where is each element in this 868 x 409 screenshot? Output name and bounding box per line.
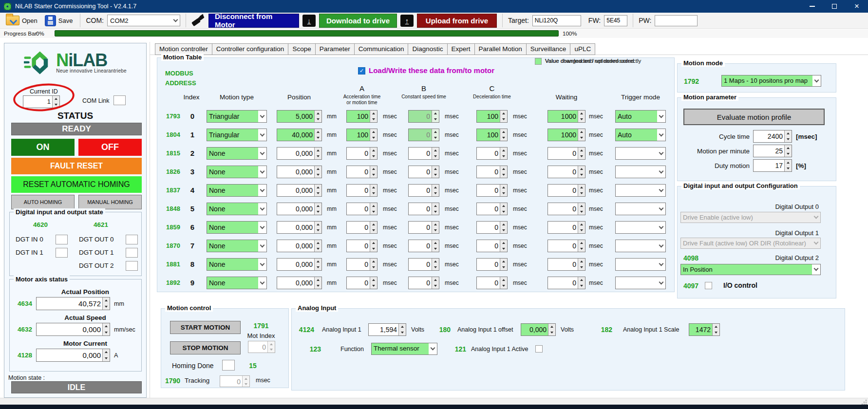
on-button[interactable]: ON <box>11 139 75 156</box>
motion-mode-select[interactable]: 1 Maps - 10 positons pro map <box>721 75 821 87</box>
dgt-out-checkbox[interactable] <box>126 261 138 271</box>
constant-speed-time-spinner[interactable]: 0 <box>408 203 439 215</box>
spin-buttons[interactable] <box>432 185 439 196</box>
com-port-select[interactable]: COM2 <box>107 15 180 26</box>
spin-buttons[interactable] <box>500 259 507 270</box>
waiting-time-spinner[interactable]: 0 <box>547 258 585 271</box>
spin-buttons[interactable] <box>712 324 719 335</box>
constant-speed-time-spinner[interactable]: 0 <box>408 240 439 252</box>
digital-output2-select[interactable]: In Position <box>680 264 821 275</box>
manual-homing-button[interactable]: MANUAL HOMING <box>78 195 142 209</box>
constant-speed-time-spinner[interactable]: 0 <box>408 184 439 197</box>
spin-buttons[interactable] <box>500 277 507 289</box>
spin-buttons[interactable] <box>784 130 792 142</box>
deceleration-time-spinner[interactable]: 0 <box>476 184 508 197</box>
spin-buttons[interactable] <box>578 111 585 122</box>
trigger-mode-select[interactable] <box>615 166 666 178</box>
spin-buttons[interactable] <box>784 145 792 157</box>
stop-motion-button[interactable]: STOP MOTION <box>170 341 241 354</box>
spin-buttons[interactable] <box>370 185 377 196</box>
tab[interactable]: Communication <box>354 43 409 55</box>
start-motion-button[interactable]: START MOTION <box>170 321 241 334</box>
spin-buttons[interactable] <box>314 148 321 159</box>
position-spinner[interactable]: 0,000 <box>277 203 322 215</box>
spin-buttons[interactable] <box>314 222 321 233</box>
resize-grip-icon[interactable] <box>862 400 867 405</box>
dgt-in-checkbox[interactable] <box>56 235 68 244</box>
disconnect-from-motor-button[interactable]: Disconnect from Motor <box>208 14 299 28</box>
pw-input[interactable] <box>655 15 698 26</box>
waiting-time-spinner[interactable]: 0 <box>547 147 585 160</box>
trigger-mode-select[interactable] <box>615 147 666 160</box>
acceleration-time-spinner[interactable]: 0 <box>346 203 377 215</box>
acceleration-time-spinner[interactable]: 100 <box>346 129 377 141</box>
trigger-mode-select[interactable] <box>615 240 666 252</box>
target-input[interactable] <box>532 15 581 26</box>
open-button[interactable]: Open <box>4 15 39 26</box>
motion-type-select[interactable]: None <box>207 240 267 252</box>
spin-buttons[interactable] <box>500 111 507 122</box>
dgt-out-checkbox[interactable] <box>126 248 138 258</box>
spin-buttons[interactable] <box>578 148 585 159</box>
spin-buttons[interactable] <box>102 349 110 361</box>
position-spinner[interactable]: 0,000 <box>277 240 322 252</box>
trigger-mode-select[interactable] <box>615 184 666 197</box>
download-to-drive-button[interactable]: Download to drive <box>319 14 397 28</box>
motion-type-select[interactable]: None <box>207 221 267 234</box>
spin-buttons[interactable] <box>432 203 439 215</box>
dgt-out-checkbox[interactable] <box>126 235 138 244</box>
analog-input1-offset-spinner[interactable]: 0,000 <box>521 323 556 336</box>
spin-buttons[interactable] <box>500 129 507 141</box>
acceleration-time-spinner[interactable]: 0 <box>346 184 377 197</box>
off-button[interactable]: OFF <box>78 139 142 156</box>
position-spinner[interactable]: 0,000 <box>277 221 322 234</box>
tracking-spinner[interactable]: 0 <box>220 375 250 387</box>
spin-buttons[interactable] <box>398 324 406 335</box>
spin-buttons[interactable] <box>432 166 439 178</box>
position-spinner[interactable]: 0,000 <box>277 166 322 178</box>
spin-buttons[interactable] <box>432 259 439 270</box>
tab[interactable]: Surveillance <box>526 43 571 55</box>
motion-type-select[interactable]: None <box>207 277 267 289</box>
spin-buttons[interactable] <box>548 324 555 335</box>
analog-input1-spinner[interactable]: 1,594 <box>368 323 406 336</box>
deceleration-time-spinner[interactable]: 0 <box>476 277 508 289</box>
trigger-mode-select[interactable]: Auto <box>615 129 666 141</box>
constant-speed-time-spinner[interactable]: 0 <box>408 166 439 178</box>
tab[interactable]: Controller configuration <box>212 43 289 55</box>
tab[interactable]: Scope <box>288 43 315 55</box>
evaluate-motion-profile-button[interactable]: Evaluate motion profile <box>683 109 825 125</box>
spin-buttons[interactable] <box>370 203 377 215</box>
spin-buttons[interactable] <box>370 148 377 159</box>
motor-axis-value-spinner[interactable]: 40,572 <box>36 297 110 310</box>
cycle-time-spinner[interactable]: 2400 <box>753 130 792 143</box>
auto-homing-button[interactable]: AUTO HOMING <box>11 195 75 209</box>
spin-buttons[interactable] <box>314 203 321 215</box>
maximize-button[interactable] <box>823 0 846 13</box>
spin-buttons[interactable] <box>102 323 110 335</box>
acceleration-time-spinner[interactable]: 0 <box>346 277 377 289</box>
position-spinner[interactable]: 0,000 <box>277 258 322 271</box>
acceleration-time-spinner[interactable]: 0 <box>346 258 377 271</box>
spin-buttons[interactable] <box>242 376 249 387</box>
spin-buttons[interactable] <box>314 277 321 289</box>
spin-buttons[interactable] <box>500 222 507 233</box>
motion-type-select[interactable]: None <box>207 184 267 197</box>
homing-done-checkbox[interactable] <box>222 360 235 371</box>
motion-type-select[interactable]: Triangular <box>207 129 267 141</box>
trigger-mode-select[interactable]: Auto <box>615 110 666 123</box>
spin-buttons[interactable] <box>578 240 585 252</box>
upload-from-drive-button[interactable]: Upload from drive <box>417 14 497 28</box>
spin-buttons[interactable] <box>370 240 377 252</box>
spin-buttons[interactable] <box>370 259 377 270</box>
spin-buttons[interactable] <box>314 185 321 196</box>
tab[interactable]: Diagnostic <box>408 43 447 55</box>
deceleration-time-spinner[interactable]: 100 <box>476 129 508 141</box>
current-id-spinner[interactable]: 1 <box>23 95 60 108</box>
waiting-time-spinner[interactable]: 1000 <box>547 129 585 141</box>
position-spinner[interactable]: 0,000 <box>277 184 322 197</box>
trigger-mode-select[interactable] <box>615 258 666 271</box>
function-select[interactable]: Thermal sensor <box>371 343 437 355</box>
acceleration-time-spinner[interactable]: 100 <box>346 110 377 123</box>
spin-buttons[interactable] <box>432 148 439 159</box>
